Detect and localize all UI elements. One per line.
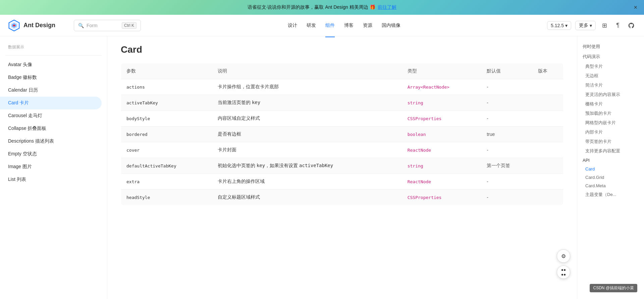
param-default: -: [481, 111, 533, 127]
toc-sub-inner[interactable]: 内部卡片: [577, 128, 644, 137]
logo-area: Ant Design: [8, 19, 68, 32]
left-sidebar: 数据展示 Avatar 头像 Badge 徽标数 Calendar 日历 Car…: [0, 36, 107, 299]
param-type: CSSProperties: [408, 116, 442, 121]
toc-theme-vars[interactable]: 主题变量（De...: [577, 190, 644, 199]
nav-blog[interactable]: 博客: [344, 21, 354, 30]
banner-close-button[interactable]: ×: [634, 4, 637, 10]
param-type: Array<ReactNode>: [408, 85, 449, 90]
sidebar-item-carousel[interactable]: Carousel 走马灯: [0, 109, 102, 122]
banner-main-text: 语雀征文·说说你和开源的故事，赢取 Ant Design 精美周边 🎁: [248, 4, 375, 10]
param-desc: 内容区域自定义样式: [212, 111, 402, 127]
sidebar-item-descriptions[interactable]: Descriptions 描述列表: [0, 135, 102, 148]
param-name: headStyle: [126, 195, 150, 200]
nav-resources[interactable]: 资源: [363, 21, 372, 30]
grid-icon[interactable]: ⊞: [600, 21, 609, 30]
param-version: [533, 127, 563, 142]
toc-section-api: API: [577, 156, 644, 165]
search-bar[interactable]: 🔍 Form Ctrl K: [74, 20, 141, 31]
nav-components[interactable]: 组件: [325, 21, 335, 30]
toc-sub-borderless[interactable]: 无边框: [577, 71, 644, 81]
api-table: 参数 说明 类型 默认值 版本 actions 卡片操作组，位置在卡片底部 Ar…: [121, 63, 564, 205]
table-row: defaultActiveTabKey 初始化选中页签的 key，如果没有设置 …: [121, 158, 564, 174]
col-header-param: 参数: [121, 63, 212, 79]
header: Ant Design 🔍 Form Ctrl K 设计 研发 组件 博客 资源 …: [0, 15, 644, 36]
param-type: ReactNode: [408, 179, 431, 184]
table-row: bordered 是否有边框 boolean true: [121, 127, 564, 142]
toc-sub-preload[interactable]: 预加载的卡片: [577, 109, 644, 118]
param-name: cover: [126, 148, 140, 153]
param-default: 第一个页签: [481, 158, 533, 174]
sidebar-section-title: 数据展示: [0, 42, 107, 53]
search-icon: 🔍: [78, 23, 84, 28]
logo-text: Ant Design: [23, 22, 55, 29]
col-header-default: 默认值: [481, 63, 533, 79]
ant-design-logo-icon: [8, 19, 20, 32]
param-desc: 自定义标题区域样式: [212, 190, 402, 205]
chevron-down-icon: ▾: [590, 23, 592, 28]
sidebar-item-card[interactable]: Card 卡片: [0, 97, 102, 109]
param-type: ReactNode: [408, 148, 431, 153]
nav-mirror[interactable]: 国内镜像: [382, 21, 400, 30]
param-name: bordered: [126, 132, 148, 137]
param-default: -: [481, 95, 533, 111]
main-nav: 设计 研发 组件 博客 资源 国内镜像: [146, 21, 542, 30]
more-button[interactable]: 更多 ▾: [575, 21, 596, 30]
sidebar-item-image[interactable]: Image 图片: [0, 160, 102, 173]
param-name: activeTabKey: [126, 100, 158, 105]
param-name: extra: [126, 179, 140, 184]
toc-sub-grid-inner[interactable]: 网格型内嵌卡片: [577, 118, 644, 128]
toc-sub-simple[interactable]: 简洁卡片: [577, 81, 644, 90]
toc-api-card-meta[interactable]: Card.Meta: [577, 182, 644, 190]
param-version: [533, 190, 563, 205]
param-version: [533, 111, 563, 127]
sidebar-item-badge[interactable]: Badge 徽标数: [0, 71, 102, 84]
toc-sub-grid[interactable]: 栅格卡片: [577, 99, 644, 109]
sidebar-item-avatar[interactable]: Avatar 头像: [0, 58, 102, 71]
csdn-badge: CSDN @搞前端的小菜: [590, 284, 637, 292]
table-row: headStyle 自定义标题区域样式 CSSProperties -: [121, 190, 564, 205]
page-title: Card: [121, 44, 564, 55]
dots-button[interactable]: ●●●●: [557, 265, 570, 279]
version-selector[interactable]: 5.12.5 ▾: [547, 21, 571, 30]
github-icon[interactable]: [627, 21, 636, 30]
nav-research[interactable]: 研发: [307, 21, 316, 30]
sidebar-item-calendar[interactable]: Calendar 日历: [0, 84, 102, 97]
toc-api-card[interactable]: Card: [577, 165, 644, 173]
paragraph-icon[interactable]: ¶: [613, 21, 623, 30]
toc-api-card-grid[interactable]: Card.Grid: [577, 173, 644, 182]
col-header-desc: 说明: [212, 63, 402, 79]
table-header-row: 参数 说明 类型 默认值 版本: [121, 63, 564, 79]
param-desc: 卡片操作组，位置在卡片底部: [212, 79, 402, 95]
param-default: -: [481, 174, 533, 190]
floating-tools: ⚙ ●●●●: [557, 249, 570, 279]
toc-sub-typical[interactable]: 典型卡片: [577, 62, 644, 71]
param-version: [533, 142, 563, 158]
sidebar-item-list[interactable]: List 列表: [0, 173, 102, 186]
table-row: activeTabKey 当前激活页签的 key string -: [121, 95, 564, 111]
sidebar-item-empty[interactable]: Empty 空状态: [0, 148, 102, 160]
toc-sub-flexible[interactable]: 更灵活的内容展示: [577, 90, 644, 99]
param-type: string: [408, 163, 423, 168]
param-version: [533, 158, 563, 174]
banner-link[interactable]: 前往了解: [378, 4, 396, 10]
tool-button[interactable]: ⚙: [557, 249, 570, 263]
sidebar-item-collapse[interactable]: Collapse 折叠面板: [0, 122, 102, 135]
param-name: defaultActiveTabKey: [126, 163, 176, 168]
table-row: cover 卡片封面 ReactNode -: [121, 142, 564, 158]
param-desc: 当前激活页签的 key: [212, 95, 402, 111]
table-row: actions 卡片操作组，位置在卡片底部 Array<ReactNode> -: [121, 79, 564, 95]
search-text: Form: [87, 23, 98, 28]
param-desc: 卡片封面: [212, 142, 402, 158]
toc-item-when-to-use[interactable]: 何时使用: [577, 42, 644, 52]
toc-sub-more-config[interactable]: 支持更多内容配置: [577, 146, 644, 156]
param-default: true: [481, 127, 533, 142]
param-desc: 初始化选中页签的 key，如果没有设置 activeTabKey: [212, 158, 402, 174]
toc-sub-tabs[interactable]: 带页签的卡片: [577, 137, 644, 146]
param-name: actions: [126, 85, 145, 90]
top-banner: 语雀征文·说说你和开源的故事，赢取 Ant Design 精美周边 🎁 前往了解…: [0, 0, 644, 15]
param-default: -: [481, 190, 533, 205]
toc-item-code-demo[interactable]: 代码演示: [577, 52, 644, 62]
banner-text: 语雀征文·说说你和开源的故事，赢取 Ant Design 精美周边 🎁 前往了解: [248, 4, 397, 10]
search-shortcut: Ctrl K: [122, 22, 137, 29]
nav-design[interactable]: 设计: [288, 21, 297, 30]
